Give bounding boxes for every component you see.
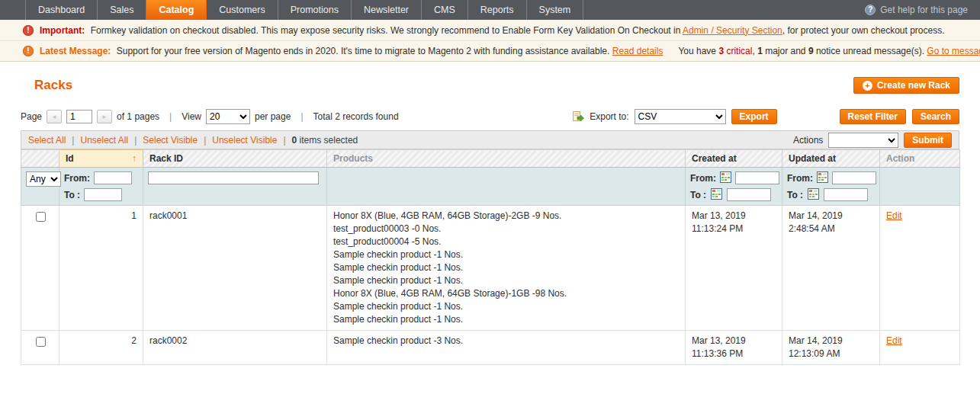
create-new-rack-button[interactable]: + Create new Rack [853, 77, 959, 94]
product-line: Honor 8X (Blue, 4GB RAM, 64GB Storage)-1… [333, 287, 679, 300]
filter-cell-id: From: To : [59, 168, 143, 206]
racks-grid: Id↑ Rack ID Products Created at Updated … [21, 149, 960, 365]
product-line: Sample checkin product -1 Nos. [333, 261, 679, 274]
filter-cell-updated-at: From: To : [782, 168, 880, 206]
id-from-input[interactable] [94, 171, 132, 184]
updated-from-calendar-icon[interactable] [817, 171, 828, 184]
previous-page-button[interactable]: ◄ [47, 110, 62, 123]
admin-security-section-link[interactable]: Admin / Security Section [683, 25, 782, 36]
column-header-action: Action [880, 150, 960, 168]
notice-count: 9 [808, 46, 814, 56]
major-count: 1 [757, 46, 763, 56]
filter-buttons: Reset Filter Search [840, 109, 959, 124]
column-header-updated-at[interactable]: Updated at [782, 150, 880, 168]
id-to-input[interactable] [84, 188, 122, 201]
unselect-all-link[interactable]: Unselect All [80, 135, 128, 146]
nav-tab-sales[interactable]: Sales [98, 0, 146, 20]
massaction-separator: | [283, 135, 285, 146]
row-rack-id-cell: rack0002 [143, 331, 327, 365]
view-label: View [182, 111, 201, 122]
admin-top-nav: Dashboard Sales Catalog Customers Promot… [0, 0, 980, 20]
actions-label: Actions [793, 135, 823, 146]
nav-tab-system[interactable]: System [527, 0, 584, 20]
nav-tab-newsletter[interactable]: Newsletter [352, 0, 422, 20]
latest-message-label: Latest Message: [40, 46, 111, 56]
row-rack-id-cell: rack0001 [143, 206, 327, 331]
massaction-bar: Select All | Unselect All | Select Visib… [21, 130, 959, 149]
select-visible-link[interactable]: Select Visible [143, 135, 198, 146]
critical-word: critical [726, 46, 752, 56]
of-pages-label: of 1 pages [117, 111, 159, 122]
product-line: test_product00003 -0 Nos. [333, 223, 679, 235]
search-button[interactable]: Search [912, 109, 959, 124]
sort-ascending-icon: ↑ [132, 153, 137, 164]
read-details-link[interactable]: Read details [612, 46, 664, 56]
updated-from-input[interactable] [832, 171, 876, 184]
product-line: Sample checkin product -1 Nos. [333, 300, 679, 313]
created-from-calendar-icon[interactable] [720, 171, 731, 184]
filter-cell-products [327, 168, 686, 206]
rack-id-filter-input[interactable] [148, 171, 319, 184]
notice-word: notice unread message(s). [816, 46, 924, 56]
actions-select[interactable] [828, 133, 898, 148]
row-action-cell: Edit [880, 331, 960, 365]
total-records-label: Total 2 records found [313, 111, 399, 122]
submit-button[interactable]: Submit [904, 133, 952, 148]
row-2-checkbox[interactable] [36, 337, 46, 347]
major-word: major and [765, 46, 805, 56]
nav-tab-dashboard[interactable]: Dashboard [25, 0, 98, 20]
row-updated-at-cell: Mar 14, 2019 2:48:54 AM [782, 206, 880, 331]
export-format-select[interactable]: CSV [635, 109, 726, 124]
table-row: 2 rack0002 Sample checkin product -3 Nos… [21, 331, 960, 365]
column-header-rack-id[interactable]: Rack ID [143, 150, 327, 168]
page-label: Page [21, 111, 42, 122]
important-text-suffix: , for protect your own checkout process. [782, 25, 945, 36]
get-help-label: Get help for this page [880, 5, 968, 15]
row-id-cell: 2 [59, 331, 143, 365]
per-page-label: per page [255, 111, 291, 122]
column-header-products: Products [327, 150, 686, 168]
critical-count: 3 [718, 46, 724, 56]
unselect-visible-link[interactable]: Unselect Visible [212, 135, 277, 146]
export-controls: Export to: CSV Export [572, 109, 776, 124]
product-line: test_product00004 -5 Nos. [333, 235, 679, 248]
row-created-at-cell: Mar 13, 2019 11:13:24 PM [686, 206, 782, 331]
next-page-button[interactable]: ► [97, 110, 112, 123]
nav-tab-catalog[interactable]: Catalog [146, 0, 207, 20]
massaction-separator: | [72, 135, 74, 146]
per-page-select[interactable]: 20 [206, 109, 250, 124]
created-to-calendar-icon[interactable] [710, 188, 723, 201]
created-to-label: To : [690, 190, 706, 200]
nav-tab-promotions[interactable]: Promotions [278, 0, 352, 20]
row-1-checkbox[interactable] [36, 212, 46, 222]
export-to-label: Export to: [590, 111, 628, 122]
edit-link-row-1[interactable]: Edit [886, 210, 902, 221]
important-label: Important: [40, 25, 85, 36]
edit-link-row-2[interactable]: Edit [886, 335, 902, 346]
nav-tab-customers[interactable]: Customers [207, 0, 278, 20]
error-exclamation-icon: ! [23, 25, 34, 36]
reset-filter-button[interactable]: Reset Filter [840, 109, 906, 124]
massaction-filter-select[interactable]: Any [26, 171, 61, 187]
table-row: 1 rack0001 Honor 8X (Blue, 4GB RAM, 64GB… [21, 206, 960, 331]
column-header-created-at[interactable]: Created at [686, 150, 782, 168]
get-help-link[interactable]: ? Get help for this page [865, 0, 980, 20]
items-selected-count: 0 items selected [292, 135, 358, 146]
column-header-id[interactable]: Id↑ [59, 150, 143, 168]
toolbar-separator: | [300, 111, 303, 122]
updated-to-input[interactable] [824, 188, 868, 201]
updated-to-calendar-icon[interactable] [807, 188, 820, 201]
unread-messages-summary: You have 3 critical, 1 major and 9 notic… [663, 46, 980, 56]
created-from-input[interactable] [735, 171, 779, 184]
select-all-link[interactable]: Select All [28, 135, 66, 146]
page-number-input[interactable] [66, 110, 92, 123]
export-button[interactable]: Export [731, 109, 777, 124]
go-to-messages-inbox-link[interactable]: Go to messages inbox [927, 46, 980, 56]
nav-tab-reports[interactable]: Reports [468, 0, 527, 20]
selected-count-number: 0 [292, 135, 297, 146]
created-to-input[interactable] [727, 188, 771, 201]
important-notice-row: ! Important: Formkey validation on check… [0, 20, 980, 40]
nav-tab-cms[interactable]: CMS [422, 0, 468, 20]
massaction-separator: | [134, 135, 137, 146]
important-text: Formkey validation on checkout disabled.… [91, 25, 681, 36]
